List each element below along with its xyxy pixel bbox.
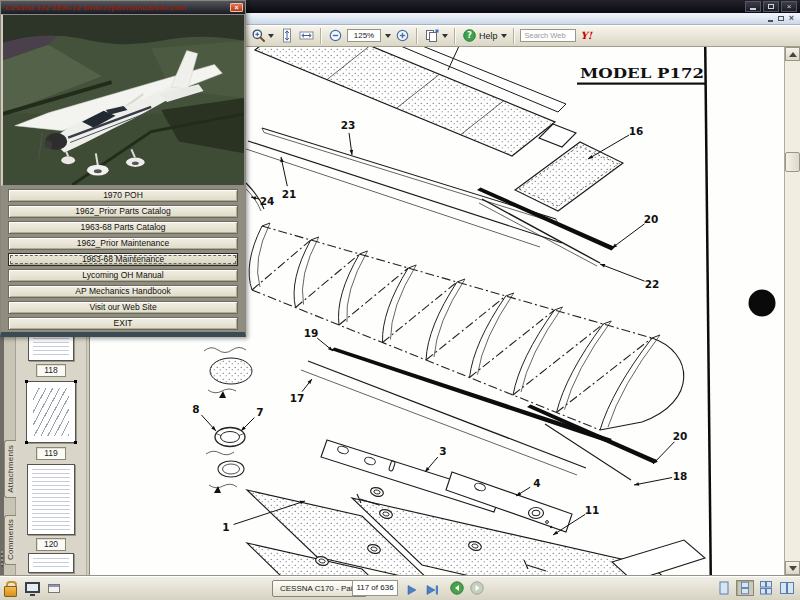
tab-comments[interactable]: Comments: [4, 515, 16, 565]
previous-view-button[interactable]: [450, 581, 464, 599]
toolbar-separator: [320, 28, 322, 44]
help-label: Help: [479, 31, 498, 41]
menu-button-visit-our-web-site[interactable]: Visit our Web Site: [8, 301, 238, 314]
help-button[interactable]: ? Help: [461, 27, 508, 44]
last-page-icon: [426, 584, 440, 596]
part-number-label: 20: [644, 213, 659, 225]
page-thumbnail-119[interactable]: [26, 381, 76, 443]
security-icon[interactable]: [4, 581, 15, 595]
zoom-dropdown-icon[interactable]: [385, 34, 391, 38]
arrow-down-icon: [789, 566, 797, 571]
thumbnail-label: 120: [36, 538, 66, 551]
continuous-icon: [737, 580, 753, 596]
zoom-level-input[interactable]: 125%: [347, 29, 381, 42]
part-number-label: 16: [629, 125, 644, 137]
part-number-label: 19: [304, 327, 319, 339]
part-number-label: 17: [290, 392, 305, 404]
part-number-label: 22: [645, 278, 660, 290]
next-view-button[interactable]: [470, 581, 484, 599]
menu-button-ap-mechanics-handbook[interactable]: AP Mechanics Handbook: [8, 285, 238, 298]
window-restore-button[interactable]: [763, 1, 779, 12]
window-minimize-button[interactable]: [745, 1, 761, 12]
window-close-button[interactable]: ×: [781, 1, 797, 12]
punch-hole-mark: [749, 290, 776, 317]
page-thumbnail[interactable]: [28, 553, 74, 573]
fit-height-icon: [279, 28, 294, 43]
facing-layout-button[interactable]: [778, 580, 796, 596]
minimize-icon: [768, 20, 773, 22]
zoom-out-button[interactable]: [327, 27, 344, 44]
grip-handle-icon[interactable]: [1, 551, 3, 567]
menu-button-1962-prior-maintenance[interactable]: 1962_Prior Maintenance: [8, 237, 238, 250]
continuous-layout-button[interactable]: [736, 580, 754, 596]
toolbar-separator: [513, 28, 515, 44]
launcher-window: Cessna 172 1956-72 www.repairmanuals4u.c…: [0, 0, 246, 337]
zoom-in-button[interactable]: [394, 27, 411, 44]
minus-circle-icon: [328, 28, 343, 43]
page-display-button[interactable]: [423, 27, 449, 44]
part-number-label: 23: [341, 119, 356, 131]
page-number-field[interactable]: 117 of 636: [352, 580, 398, 596]
next-page-button[interactable]: [406, 582, 419, 600]
window-mode-icon[interactable]: [48, 584, 60, 593]
part-number-label: 3: [439, 445, 446, 457]
menu-button-1962-prior-parts-catalog[interactable]: 1962_Prior Parts Catalog: [8, 205, 238, 218]
menu-button-1963-68-maintenance[interactable]: 1963-68 Maintenance: [8, 253, 238, 266]
cessna-photo-illustration: [3, 15, 244, 185]
launcher-titlebar[interactable]: Cessna 172 1956-72 www.repairmanuals4u.c…: [1, 1, 245, 14]
single-page-layout-button[interactable]: [715, 580, 733, 596]
svg-text:?: ?: [467, 30, 472, 40]
doc-restore-button[interactable]: [778, 16, 784, 21]
airplane-photo: [1, 14, 245, 186]
magnifier-plus-icon: [251, 28, 266, 43]
menu-button-exit[interactable]: EXIT: [8, 317, 238, 330]
chevron-down-icon: [268, 34, 274, 38]
search-placeholder: Search Web: [521, 31, 566, 40]
menu-button-lycoming-oh-manual[interactable]: Lycoming OH Manual: [8, 269, 238, 282]
svg-text:MODEL P172: MODEL P172: [580, 65, 704, 81]
thumbnail-label: 118: [36, 364, 66, 377]
restore-icon: [778, 16, 784, 21]
next-view-icon: [470, 581, 484, 595]
launcher-close-button[interactable]: ×: [230, 3, 243, 12]
search-web-input[interactable]: Search Web: [520, 29, 576, 42]
toolbar-separator: [454, 28, 456, 44]
continuous-facing-layout-button[interactable]: [757, 580, 775, 596]
part-number-label: 4: [533, 477, 540, 489]
chevron-down-icon: [501, 34, 507, 38]
help-icon: ?: [462, 28, 477, 43]
application-window: × ×: [0, 0, 800, 600]
menu-button-1963-68-parts-catalog[interactable]: 1963-68 Parts Catalog: [8, 221, 238, 234]
fit-width-button[interactable]: [298, 27, 315, 44]
facing-icon: [778, 580, 796, 596]
doc-close-button[interactable]: ×: [789, 14, 794, 23]
next-page-icon: [406, 584, 419, 596]
page-thumbnail-120[interactable]: [27, 464, 75, 535]
menu-button-1970-poh[interactable]: 1970 POH: [8, 189, 238, 202]
yahoo-icon[interactable]: Y!: [581, 30, 593, 41]
single-page-icon: [715, 580, 733, 596]
part-number-label: 7: [256, 406, 263, 418]
zoom-tool-button[interactable]: [250, 27, 275, 44]
part-number-label: 20: [673, 430, 688, 442]
previous-view-icon: [450, 581, 464, 595]
tab-label: Attachments: [6, 445, 15, 493]
tab-attachments[interactable]: Attachments: [4, 440, 16, 498]
scrollbar-thumb[interactable]: [785, 152, 800, 172]
plus-circle-icon: [395, 28, 410, 43]
scroll-up-button[interactable]: [785, 47, 800, 61]
fullscreen-icon[interactable]: [25, 582, 40, 593]
toolbar-separator: [416, 28, 418, 44]
fit-height-button[interactable]: [278, 27, 295, 44]
last-page-button[interactable]: [426, 582, 440, 600]
doc-minimize-button[interactable]: [768, 15, 773, 22]
scroll-down-button[interactable]: [785, 561, 800, 575]
part-number-label: 11: [585, 504, 600, 516]
minimize-icon: [750, 8, 756, 10]
overlay-menu: 1970 POH1962_Prior Parts Catalog1963-68 …: [1, 186, 245, 334]
launcher-title: Cessna 172 1956-72 www.repairmanuals4u.c…: [5, 3, 186, 12]
status-bar: CESSNA C170 - Paint 117 of 636: [0, 575, 800, 600]
continuous-facing-icon: [757, 580, 775, 596]
vertical-scrollbar[interactable]: [784, 47, 800, 575]
tab-label: Comments: [6, 519, 15, 560]
